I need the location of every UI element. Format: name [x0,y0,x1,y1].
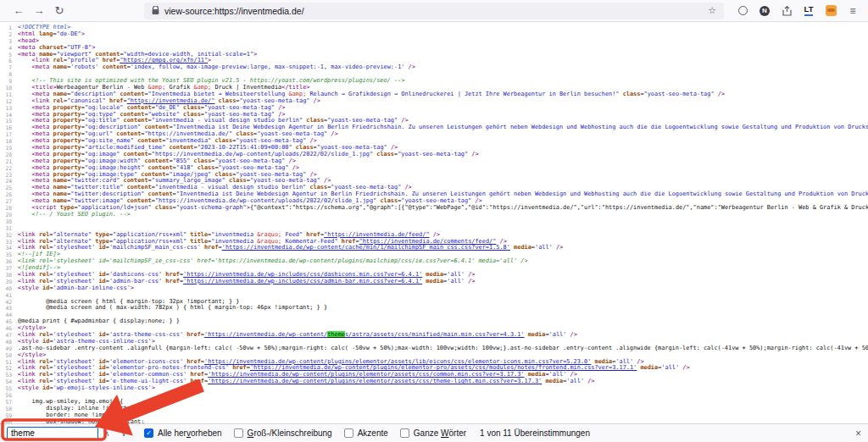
match-diacritics-checkbox[interactable]: Akzente [344,428,388,438]
line-number: 32 [3,232,12,239]
find-bar: ∧ ∨ Alle hervorheben Groß-/Kleinschreibu… [0,423,868,442]
source-link[interactable]: 'https://inventmedia.de/wp-includes/css/… [183,278,422,285]
line-number: 18 [3,138,12,145]
source-line: 34<link rel='stylesheet' id='mailchimpSF… [3,245,868,251]
source-link[interactable]: 'https://inventmedia.de/wp-content/plugi… [208,378,542,384]
line-number: 47 [3,332,12,339]
line-number: 56 [3,392,12,399]
line-number: 10 [3,85,12,91]
line-number: 59 [3,412,12,419]
match-case-checkbox[interactable]: Groß-/Kleinschreibung [234,428,332,438]
source-line: 49.ast-no-sidebar .entry-content .alignf… [3,345,868,352]
line-number: 25 [3,185,12,191]
url-bar[interactable]: view-source:https://inventmedia.de/ ☆ [144,3,724,19]
menu-icon[interactable]: ≡ [846,4,860,18]
line-number: 22 [3,165,12,172]
line-number: 17 [3,131,12,138]
line-number: 39 [3,279,12,285]
source-link[interactable]: "https://inventmedia.de/comments/feed/" [359,238,497,245]
checkbox-box[interactable] [344,428,353,438]
line-number: 53 [3,372,12,378]
close-findbar-icon[interactable]: × [855,428,861,439]
extension-badge-icon[interactable] [736,4,749,18]
checkbox-box[interactable] [144,428,153,438]
line-number: 9 [3,78,12,85]
line-number: 19 [3,145,12,152]
source-code: 1<!DOCTYPE html>2<html lang="de-DE">3<he… [0,22,868,423]
back-button[interactable]: ← [8,2,29,20]
find-status: 1 von 11 Übereinstimmungen [480,428,590,438]
highlight-all-checkbox[interactable]: Alle hervorheben [144,428,222,438]
line-number: 58 [3,406,12,412]
line-number: 44 [3,312,12,318]
line-number: 45 [3,318,12,325]
checkbox-box[interactable] [234,428,243,438]
line-number: 5 [3,52,12,58]
reload-button[interactable]: ↻ [49,2,70,20]
source-link[interactable]: 'https://inventmedia.de/wp-includes/css/… [183,271,422,278]
line-number: 31 [3,225,12,232]
checkbox-box[interactable] [400,428,409,438]
line-number: 38 [3,272,12,279]
line-number: 8 [3,71,12,78]
checkbox-label: Alle hervorheben [158,428,222,438]
line-number: 50 [3,352,12,359]
line-number: 6 [3,58,12,64]
share-icon[interactable] [780,4,793,18]
line-number: 42 [3,299,12,306]
extension-orange-icon[interactable] [824,4,837,18]
line-number: 4 [3,45,12,52]
line-number: 28 [3,205,12,212]
line-number: 16 [3,124,12,131]
checkbox-label: Groß-/Kleinschreibung [248,428,332,438]
whole-words-checkbox[interactable]: Ganze Wörter [400,428,466,438]
source-line: 55<style id='wp-emoji-styles-inline-css'… [3,385,868,392]
line-number: 2 [3,31,12,38]
source-link[interactable]: "https://inventmedia.de/" [127,97,215,104]
forward-button[interactable]: → [29,2,49,20]
line-number: 30 [3,218,12,225]
languagetool-icon[interactable]: LT [802,4,815,18]
extension-dark-circle-icon[interactable]: N [758,4,771,18]
line-number: 26 [3,191,12,198]
line-number: 57 [3,399,12,406]
source-link[interactable]: 'https://inventmedia.de/wp-content/ [204,331,327,338]
find-input[interactable] [7,427,98,440]
source-line: 1<!DOCTYPE html> [3,25,868,31]
source-line: 36<link rel='stylesheet' id='mailchimpSF… [3,258,868,265]
line-number: 34 [3,245,12,251]
line-number: 20 [3,152,12,158]
line-number: 35 [3,251,12,258]
find-next-button[interactable]: ∨ [115,426,132,441]
url-text: view-source:https://inventmedia.de/ [164,6,304,16]
source-line: 43 @media screen and ( max-width: 782px … [3,305,868,312]
source-line: 30 [3,218,868,225]
line-number: 7 [3,64,12,71]
line-number: 24 [3,178,12,185]
line-number: 43 [3,305,12,312]
find-match-highlight[interactable]: theme [327,331,345,338]
source-link[interactable]: 'https://inventmedia.de/wp-content/plugi… [204,358,591,365]
line-number: 14 [3,112,12,119]
line-number: 49 [3,345,12,352]
line-number: 33 [3,239,12,246]
source-line: 28 <script type="application/ld+json" cl… [3,205,868,212]
find-previous-button[interactable]: ∧ [98,426,115,441]
source-line: 58 display: inline !important; [3,406,868,412]
toolbar-extensions: N LT ≡ [736,4,860,18]
line-number: 41 [3,292,12,299]
bookmark-star-icon[interactable]: ☆ [708,5,716,16]
source-line: 56 [3,392,868,399]
line-number: 11 [3,91,12,98]
source-link[interactable]: 'https://inventmedia.de/wp-content/cache… [222,244,510,251]
source-link[interactable]: "https://gmpg.org/xfn/11" [120,57,208,64]
source-link[interactable]: "https://inventmedia.de/feed/" [324,231,429,238]
line-number: 51 [3,359,12,366]
line-number: 13 [3,105,12,112]
line-number: 40 [3,285,12,292]
source-link[interactable]: s/astra/assets/css/minified/main.min.css… [345,331,525,338]
line-number: 37 [3,265,12,272]
source-link[interactable]: 'https://inventmedia.de/wp-content/plugi… [208,371,524,378]
source-link[interactable]: 'https://inventmedia.de/wp-content/plugi… [250,364,637,371]
browser-window: ← → ↻ view-source:https://inventmedia.de… [0,0,868,442]
